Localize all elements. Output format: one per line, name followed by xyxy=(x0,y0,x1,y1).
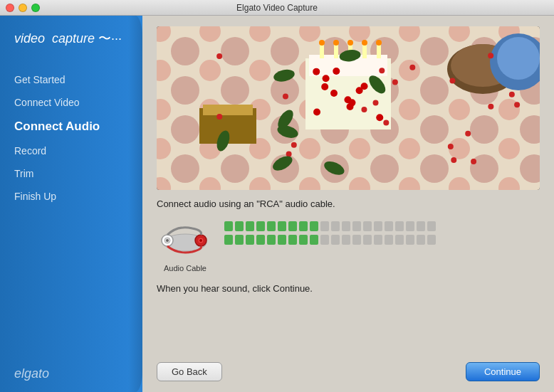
sidebar-item-trim[interactable]: Trim xyxy=(14,162,142,185)
meter-bar xyxy=(246,221,254,231)
meter-bar xyxy=(246,235,254,245)
meter-bar xyxy=(278,221,286,231)
meter-bar xyxy=(342,221,350,231)
meter-bar xyxy=(288,235,297,245)
meter-bar xyxy=(374,235,382,245)
meter-bar xyxy=(331,235,340,245)
meter-bar xyxy=(385,235,393,245)
rca-cable-image xyxy=(157,218,214,260)
go-back-button[interactable]: Go Back xyxy=(157,362,222,381)
close-button[interactable] xyxy=(6,4,14,12)
meter-bar xyxy=(406,221,414,231)
sidebar-item-connect-audio[interactable]: Connect Audio xyxy=(14,114,142,139)
title-bar: Elgato Video Capture xyxy=(0,0,554,16)
meter-bar xyxy=(256,235,265,245)
meter-bar xyxy=(363,235,372,245)
meter-bar xyxy=(385,221,393,231)
meter-bar xyxy=(395,235,404,245)
sidebar-item-get-started[interactable]: Get Started xyxy=(14,68,142,91)
meter-bar xyxy=(256,221,265,231)
svg-point-6 xyxy=(199,239,202,242)
meter-bar xyxy=(417,235,425,245)
meter-bar xyxy=(320,235,329,245)
sidebar: video capture 〜··· Get Started Connect V… xyxy=(0,16,142,392)
button-row: Go Back Continue xyxy=(157,359,540,381)
meter-bar xyxy=(363,221,372,231)
meter-row-bottom xyxy=(224,235,436,245)
waveform-icon: 〜··· xyxy=(98,30,122,47)
continue-button[interactable]: Continue xyxy=(466,362,540,381)
meter-bar xyxy=(299,221,308,231)
meter-bar xyxy=(374,221,382,231)
minimize-button[interactable] xyxy=(19,4,27,12)
meter-bar xyxy=(310,221,318,231)
sidebar-logo: video capture 〜··· xyxy=(0,30,142,68)
main-container: video capture 〜··· Get Started Connect V… xyxy=(0,16,554,392)
maximize-button[interactable] xyxy=(31,4,40,12)
window-title: Elgato Video Capture xyxy=(236,3,318,13)
sidebar-item-record[interactable]: Record xyxy=(14,139,142,162)
meter-bar xyxy=(342,235,350,245)
audio-section: Audio Cable xyxy=(157,218,540,272)
meter-bar xyxy=(310,235,318,245)
meter-bar xyxy=(427,221,436,231)
meter-bar xyxy=(427,235,436,245)
video-canvas xyxy=(157,26,540,190)
meter-bar xyxy=(235,221,244,231)
meter-bar xyxy=(320,221,329,231)
meter-row-top xyxy=(224,221,436,231)
meter-bar xyxy=(352,235,361,245)
sound-instruction: When you hear sound, click Continue. xyxy=(157,283,540,294)
audio-meter xyxy=(224,218,436,245)
meter-bar xyxy=(417,221,425,231)
svg-point-3 xyxy=(166,239,169,242)
traffic-lights xyxy=(6,4,40,12)
meter-bar xyxy=(331,221,340,231)
meter-bar xyxy=(352,221,361,231)
instruction-text: Connect audio using an "RCA" audio cable… xyxy=(157,198,540,209)
meter-bar xyxy=(395,221,404,231)
meter-bar xyxy=(224,235,233,245)
sidebar-item-finish-up[interactable]: Finish Up xyxy=(14,185,142,208)
video-preview xyxy=(157,26,540,190)
meter-bar xyxy=(288,221,297,231)
meter-bar xyxy=(235,235,244,245)
content-area: Connect audio using an "RCA" audio cable… xyxy=(142,16,554,392)
meter-bar xyxy=(406,235,414,245)
sidebar-item-connect-video[interactable]: Connect Video xyxy=(14,91,142,114)
sidebar-nav: Get Started Connect Video Connect Audio … xyxy=(0,68,142,366)
meter-bar xyxy=(299,235,308,245)
meter-bar xyxy=(267,221,276,231)
audio-cable-container: Audio Cable xyxy=(157,218,214,272)
meter-bar xyxy=(278,235,286,245)
meter-bar xyxy=(267,235,276,245)
meter-bar xyxy=(224,221,233,231)
logo-text: video capture xyxy=(14,31,95,46)
cable-label: Audio Cable xyxy=(164,264,207,272)
brand-label: elgato xyxy=(0,366,142,381)
